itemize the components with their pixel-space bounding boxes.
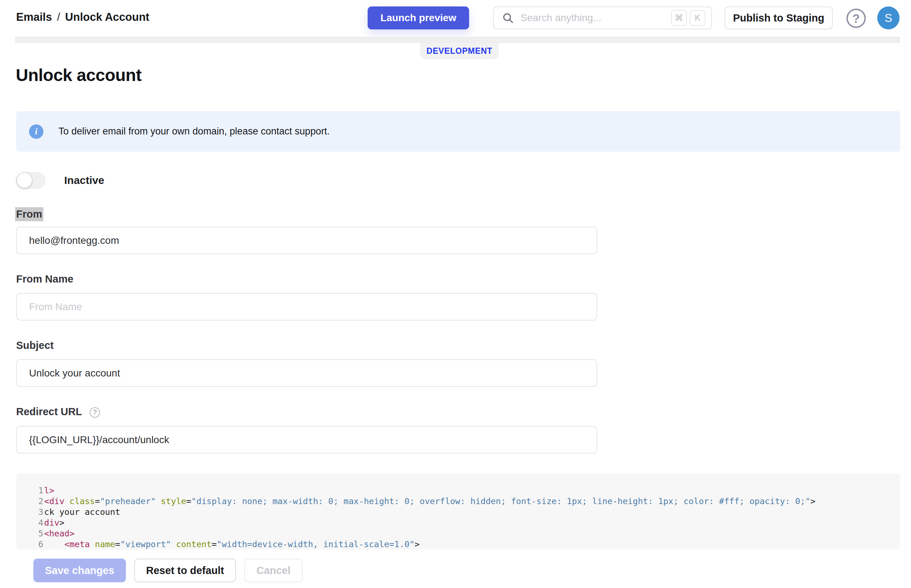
code-line: 2<div class="preheader" style="display: … bbox=[37, 496, 900, 507]
redirect-url-label-row: Redirect URL ? bbox=[16, 406, 100, 418]
code-line: 4div> bbox=[37, 517, 900, 528]
status-toggle-row: Inactive bbox=[16, 172, 104, 189]
breadcrumb-current-page: Unlock Account bbox=[65, 11, 150, 24]
info-icon: i bbox=[29, 124, 44, 139]
toggle-status-label: Inactive bbox=[64, 174, 104, 186]
from-name-input[interactable] bbox=[16, 293, 597, 320]
environment-strip bbox=[15, 37, 900, 43]
subject-input[interactable] bbox=[16, 359, 597, 387]
subject-label: Subject bbox=[16, 339, 54, 351]
code-line: 1l> bbox=[37, 485, 900, 496]
environment-tab-label: DEVELOPMENT bbox=[426, 46, 492, 56]
search-icon bbox=[502, 12, 514, 24]
code-line: 5<head> bbox=[37, 528, 900, 539]
cmd-key-icon: ⌘ bbox=[671, 10, 687, 26]
code-lines: 1l>2<div class="preheader" style="displa… bbox=[16, 473, 900, 550]
environment-tab[interactable]: DEVELOPMENT bbox=[420, 43, 499, 59]
top-header: Emails / Unlock Account Launch preview ⌘… bbox=[0, 0, 911, 37]
breadcrumb-separator: / bbox=[57, 11, 60, 24]
publish-to-staging-button[interactable]: Publish to Staging bbox=[725, 6, 833, 29]
cancel-button[interactable]: Cancel bbox=[244, 559, 303, 582]
reset-to-default-button[interactable]: Reset to default bbox=[134, 559, 236, 582]
avatar[interactable]: S bbox=[877, 6, 900, 29]
breadcrumb: Emails / Unlock Account bbox=[16, 11, 149, 24]
redirect-url-label: Redirect URL bbox=[16, 406, 82, 417]
help-icon[interactable]: ? bbox=[846, 9, 866, 28]
from-label: From bbox=[15, 207, 44, 221]
code-line: 3ck your account bbox=[37, 507, 900, 517]
search-input[interactable] bbox=[520, 12, 668, 24]
search-box[interactable]: ⌘ K bbox=[493, 6, 712, 29]
html-template-code-editor[interactable]: 1l>2<div class="preheader" style="displa… bbox=[16, 473, 900, 550]
toggle-knob bbox=[17, 173, 32, 188]
from-input[interactable] bbox=[16, 226, 597, 254]
breadcrumb-emails-link[interactable]: Emails bbox=[16, 11, 52, 24]
redirect-url-input[interactable] bbox=[16, 426, 597, 454]
from-name-label: From Name bbox=[16, 273, 73, 285]
active-toggle[interactable] bbox=[16, 172, 45, 189]
redirect-url-help-icon[interactable]: ? bbox=[90, 407, 100, 418]
launch-preview-button[interactable]: Launch preview bbox=[367, 6, 469, 29]
info-banner-text: To deliver email from your own domain, p… bbox=[58, 126, 330, 137]
save-changes-button[interactable]: Save changes bbox=[33, 559, 126, 582]
form-actions: Save changes Reset to default Cancel bbox=[33, 559, 303, 582]
k-key-icon: K bbox=[690, 10, 705, 26]
info-banner: i To deliver email from your own domain,… bbox=[16, 111, 900, 152]
page-title: Unlock account bbox=[16, 65, 141, 85]
code-line: 6 <meta name="viewport" content="width=d… bbox=[37, 539, 900, 550]
